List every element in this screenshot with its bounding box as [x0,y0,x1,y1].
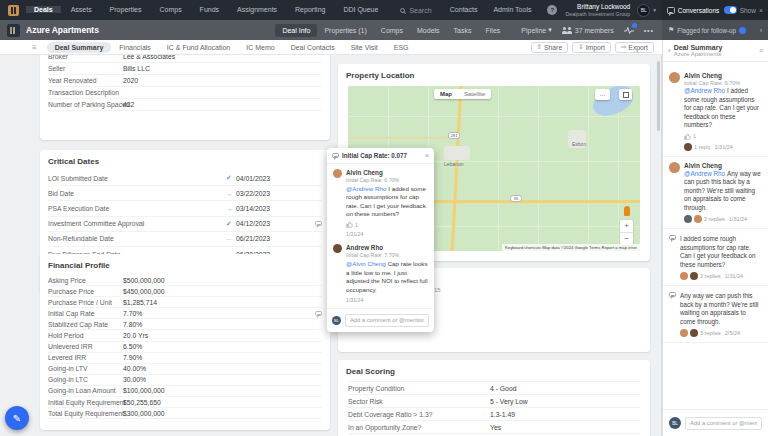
import-button[interactable]: ⇩ Import [572,42,611,53]
reply-meta-row[interactable]: 2 replies 1/31/24 [684,215,762,223]
deal-tab[interactable]: Files [479,24,508,37]
top-nav-item[interactable]: Funds [192,6,227,13]
top-nav-item-admin-tools[interactable]: Admin Tools [485,0,539,20]
street-view-pegman[interactable] [624,206,630,216]
financial-row[interactable]: Unlevered IRR 6.50% [48,342,322,353]
subnav-tab[interactable]: ESG [386,42,417,53]
deal-tab[interactable]: Models [410,24,447,37]
export-button[interactable]: ⇨ Export [615,42,654,53]
financial-row[interactable]: Stabilized Cap Rate 7.80% [48,319,322,330]
subnav-tab[interactable]: Financials [111,42,159,53]
financial-row[interactable]: Initial Equity Requirement $50,255,650 [48,397,322,408]
popup-comment: Andrew Rho Initial Cap Rate: 7.70% @Alvi… [327,239,434,304]
scoring-row[interactable]: In an Opportunity Zone? Yes [348,420,640,433]
subnav-tab[interactable]: Site Visit [343,42,386,53]
global-search[interactable]: Search [400,7,431,14]
share-button[interactable]: ⇧ Share [531,42,569,53]
financial-row[interactable]: Purchase Price / Unit $1,285,714 [48,297,322,308]
like-button[interactable]: 1 [346,221,428,228]
detail-row[interactable]: Year Renovated 2020 [48,75,322,87]
critical-date-row[interactable]: Non-Refundable Date 06/21/2023 [48,232,322,247]
financial-row[interactable]: Hold Period 20.0 Yrs [48,330,322,341]
filter-icon[interactable]: ≡ [759,47,763,54]
financial-row[interactable]: Asking Price $500,000,000 [48,275,322,286]
detail-row[interactable]: Number of Parking Spaces 432 [48,99,322,111]
flagged-follow-up-row[interactable]: ⚑ Flagged for follow-up › [662,20,768,40]
fullscreen-icon[interactable] [619,89,632,100]
subnav-tab[interactable]: Deal Summary [47,42,112,53]
comment-field-value: Initial Cap Rate: 6.70% [346,177,428,183]
user-menu-caret-icon[interactable]: ▾ [653,7,656,13]
subnav-tab[interactable]: IC Memo [238,42,282,53]
pipeline-dropdown[interactable]: Pipeline ▾ [521,26,551,34]
scoring-row[interactable]: Debt Coverage Ratio > 1.3? 1.3-1.49 [348,407,640,420]
mention-link[interactable]: @Andrew Rho [346,185,386,192]
reply-meta-row[interactable]: 1 reply 1/31/24 [684,143,762,151]
reply-meta-row[interactable]: 2 replies 1/31/24 [680,272,762,280]
financial-row[interactable]: Going-in LTV 40.00% [48,364,322,375]
close-icon[interactable]: × [759,7,763,14]
user-avatar[interactable]: BL [637,4,650,17]
top-nav-item[interactable]: Assignments [229,6,285,13]
critical-date-row[interactable]: Investment Committee Approval 04/12/2023 [48,217,322,232]
top-nav-item[interactable]: Reporting [287,6,333,13]
close-icon[interactable]: × [425,152,429,159]
more-menu-button[interactable]: ••• [644,27,654,34]
comment-author: Alvin Cheng [684,72,762,79]
back-chevron-icon[interactable]: ‹ [668,46,671,55]
deal-tab[interactable]: Comps [374,24,410,37]
mention-link[interactable]: @Alvin Cheng [346,260,386,267]
members-button[interactable]: 37 members [562,27,614,34]
zoom-in-button[interactable]: + [620,220,633,233]
map-type-map-button[interactable]: Map [434,89,458,99]
subnav-tab[interactable]: IC & Fund Allocation [159,42,238,53]
detail-row[interactable]: Seller Bills LLC [48,63,322,75]
comment-thread[interactable]: Any way we can push this back by a month… [663,286,768,343]
map-attribution[interactable]: Keyboard shortcuts Map data ©2024 Google… [502,244,640,251]
help-icon[interactable]: ? [547,5,557,15]
detail-row[interactable]: Transaction Description [48,87,322,99]
financial-row[interactable]: Total Equity Requirement $300,000,000 [48,408,322,419]
scoring-row[interactable]: Sector Risk 5 - Very Low [348,394,640,407]
comment-thread[interactable]: Alvin Cheng Initial Cap Rate: 6.70% @And… [663,67,768,157]
financial-row[interactable]: Levered IRR 7.90% [48,353,322,364]
brand-logo-icon[interactable] [0,5,26,16]
conversations-toggle[interactable] [724,6,736,14]
scoring-row[interactable]: Property Condition 4 - Good [348,381,640,394]
critical-date-row[interactable]: PSA Execution Date 03/14/2023 [48,201,322,216]
top-nav-item[interactable]: Deals [26,6,61,13]
like-button[interactable]: 1 [684,133,762,140]
financial-row[interactable]: Going-in LTC 30.00% [48,375,322,386]
top-nav-item-contacts[interactable]: Contacts [442,0,486,20]
deal-tab[interactable]: Tasks [447,24,479,37]
section-list-icon[interactable]: ≡ [32,43,37,52]
comment-input[interactable] [685,417,762,430]
mention-link[interactable]: @Andrew Rho [684,87,725,94]
top-nav-item[interactable]: DDI Queue [335,6,386,13]
top-nav-item[interactable]: Properties [102,6,150,13]
comment-indicator-icon[interactable] [315,311,322,316]
top-nav-item[interactable]: Comps [151,6,189,13]
subnav-tab[interactable]: Deal Contacts [283,42,343,53]
date-label: PSA Execution Date [48,205,226,212]
mention-link[interactable]: @Andrew Rho [684,170,725,177]
scrollbar[interactable] [657,61,660,131]
critical-date-row[interactable]: Bid Date 03/22/2023 [48,186,322,201]
comment-indicator-icon[interactable] [315,221,322,226]
edit-fab-button[interactable]: ✎ [5,406,29,430]
map-more-button[interactable]: ⋯ [595,89,610,100]
financial-row[interactable]: Going-in Loan Amount $100,000,000 [48,386,322,397]
comment-input[interactable] [345,314,429,327]
comment-thread[interactable]: I added some rough assumptions for cap r… [663,229,768,286]
deal-tab[interactable]: Deal Info [275,24,317,37]
critical-date-row[interactable]: LOI Submitted Date 04/01/2023 [48,171,322,186]
deal-tab[interactable]: Properties (1) [317,24,373,37]
financial-row[interactable]: Initial Cap Rate 7.70% [48,308,322,319]
reply-meta-row[interactable]: 3 replies 2/5/24 [680,329,762,337]
comment-thread[interactable]: Alvin Cheng @Andrew RhoAny way we can pu… [663,157,768,230]
detail-row[interactable]: Broker Lee & Associates [48,55,322,63]
map-type-satellite-button[interactable]: Satellite [458,89,491,99]
financial-row[interactable]: Purchase Price $450,000,000 [48,286,322,297]
top-nav-item[interactable]: Assets [63,6,100,13]
activity-button[interactable] [624,26,634,35]
